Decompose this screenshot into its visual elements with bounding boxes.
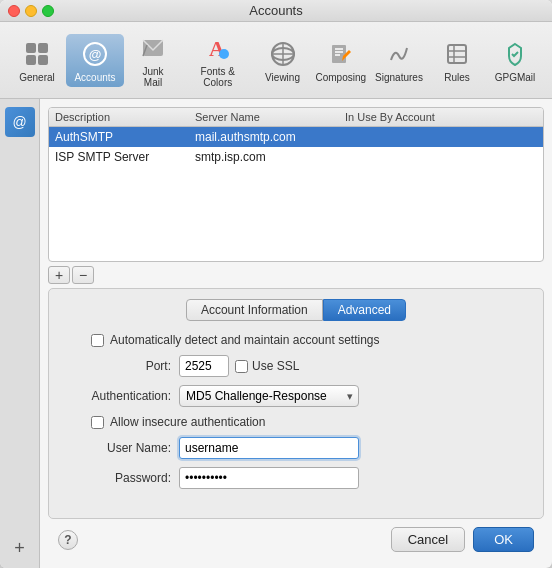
password-input[interactable]: [179, 467, 359, 489]
port-input[interactable]: [179, 355, 229, 377]
col-header-server: Server Name: [195, 111, 345, 123]
fonts-colors-label: Fonts & Colors: [190, 66, 246, 88]
maximize-button[interactable]: [42, 5, 54, 17]
accounts-icon: @: [79, 38, 111, 70]
sidebar-add-button[interactable]: +: [8, 536, 32, 560]
junk-mail-icon: [137, 32, 169, 64]
toolbar-item-general[interactable]: General: [8, 34, 66, 87]
insecure-auth-checkbox[interactable]: [91, 416, 104, 429]
col-header-description: Description: [55, 111, 195, 123]
svg-rect-1: [38, 43, 48, 53]
add-remove-bar: + −: [48, 262, 544, 288]
ok-button[interactable]: OK: [473, 527, 534, 552]
table-header: Description Server Name In Use By Accoun…: [49, 108, 543, 127]
port-row: Port: Use SSL: [61, 355, 531, 377]
help-button[interactable]: ?: [58, 530, 78, 550]
toolbar-item-fonts-colors[interactable]: A Fonts & Colors: [182, 28, 254, 92]
toolbar-item-viewing[interactable]: Viewing: [254, 34, 312, 87]
sidebar: @ +: [0, 99, 40, 568]
junk-mail-label: Junk Mail: [132, 66, 174, 88]
username-row: User Name:: [61, 437, 531, 459]
table-body: AuthSMTP mail.authsmtp.com ISP SMTP Serv…: [49, 127, 543, 167]
bottom-bar: ? Cancel OK: [48, 519, 544, 560]
action-buttons: Cancel OK: [391, 527, 534, 552]
composing-label: Composing: [315, 72, 366, 83]
main-window: Accounts General @ Accou: [0, 0, 552, 568]
traffic-lights: [8, 5, 54, 17]
general-label: General: [19, 72, 55, 83]
tab-advanced[interactable]: Advanced: [323, 299, 406, 321]
row0-description: AuthSMTP: [55, 130, 195, 144]
main-panel: Description Server Name In Use By Accoun…: [40, 99, 552, 568]
content-area: @ + Description Server Name In Use By Ac…: [0, 99, 552, 568]
accounts-label: Accounts: [74, 72, 115, 83]
row1-description: ISP SMTP Server: [55, 150, 195, 164]
toolbar-item-accounts[interactable]: @ Accounts: [66, 34, 124, 87]
sidebar-account-icon: @: [12, 114, 26, 130]
svg-text:@: @: [89, 47, 102, 62]
table-row[interactable]: AuthSMTP mail.authsmtp.com: [49, 127, 543, 147]
tab-bar: Account Information Advanced: [61, 299, 531, 321]
gpgmail-icon: [499, 38, 531, 70]
detail-panel: Account Information Advanced Automatical…: [48, 288, 544, 519]
viewing-icon: [267, 38, 299, 70]
signatures-label: Signatures: [375, 72, 423, 83]
toolbar-item-gpgmail[interactable]: GPGMail: [486, 34, 544, 87]
remove-account-button[interactable]: −: [72, 266, 94, 284]
insecure-auth-row: Allow insecure authentication: [61, 415, 531, 429]
ssl-label: Use SSL: [252, 359, 299, 373]
add-account-button[interactable]: +: [48, 266, 70, 284]
general-icon: [21, 38, 53, 70]
username-input[interactable]: [179, 437, 359, 459]
signatures-icon: [383, 38, 415, 70]
username-label: User Name:: [61, 441, 171, 455]
sidebar-account[interactable]: @: [5, 107, 35, 137]
svg-rect-14: [332, 45, 346, 63]
toolbar-item-signatures[interactable]: Signatures: [370, 34, 428, 87]
accounts-table: Description Server Name In Use By Accoun…: [48, 107, 544, 262]
auth-label: Authentication:: [61, 389, 171, 403]
password-label: Password:: [61, 471, 171, 485]
viewing-label: Viewing: [265, 72, 300, 83]
tab-account-information[interactable]: Account Information: [186, 299, 323, 321]
composing-icon: [325, 38, 357, 70]
minimize-button[interactable]: [25, 5, 37, 17]
svg-rect-0: [26, 43, 36, 53]
table-row[interactable]: ISP SMTP Server smtp.isp.com: [49, 147, 543, 167]
svg-rect-3: [38, 55, 48, 65]
auth-row: Authentication: MD5 Challenge-Response P…: [61, 385, 531, 407]
toolbar-item-junk-mail[interactable]: Junk Mail: [124, 28, 182, 92]
auto-detect-label: Automatically detect and maintain accoun…: [110, 333, 379, 347]
fonts-colors-icon: A: [202, 32, 234, 64]
password-row: Password:: [61, 467, 531, 489]
toolbar-item-rules[interactable]: Rules: [428, 34, 486, 87]
auth-select-wrapper: MD5 Challenge-Response Password Kerberos…: [179, 385, 359, 407]
svg-point-9: [219, 49, 229, 59]
auth-select[interactable]: MD5 Challenge-Response Password Kerberos…: [179, 385, 359, 407]
col-header-inuse: In Use By Account: [345, 111, 537, 123]
window-title: Accounts: [249, 3, 302, 18]
ssl-checkbox[interactable]: [235, 360, 248, 373]
svg-rect-2: [26, 55, 36, 65]
auto-detect-checkbox[interactable]: [91, 334, 104, 347]
ssl-check-inline: Use SSL: [235, 359, 299, 373]
svg-rect-18: [448, 45, 466, 63]
cancel-button[interactable]: Cancel: [391, 527, 465, 552]
toolbar-item-composing[interactable]: Composing: [312, 34, 370, 87]
rules-icon: [441, 38, 473, 70]
insecure-auth-label: Allow insecure authentication: [110, 415, 265, 429]
port-label: Port:: [61, 359, 171, 373]
title-bar: Accounts: [0, 0, 552, 22]
auto-detect-row: Automatically detect and maintain accoun…: [61, 333, 531, 347]
close-button[interactable]: [8, 5, 20, 17]
row0-server: mail.authsmtp.com: [195, 130, 345, 144]
toolbar: General @ Accounts Junk Mail: [0, 22, 552, 99]
row1-server: smtp.isp.com: [195, 150, 345, 164]
gpgmail-label: GPGMail: [495, 72, 536, 83]
rules-label: Rules: [444, 72, 470, 83]
